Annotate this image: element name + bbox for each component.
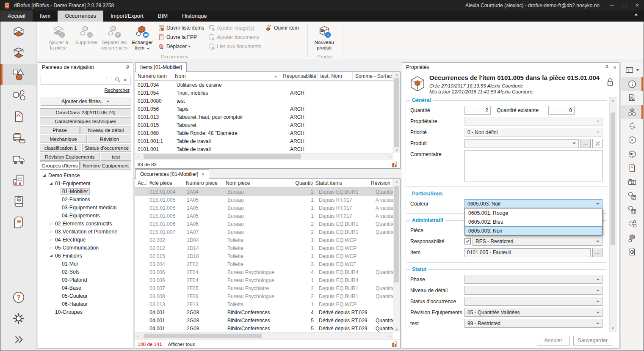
color-dropdown[interactable]: 0605.003: Noir: [464, 199, 603, 208]
filter-button-test[interactable]: test: [101, 153, 131, 161]
table-row[interactable]: 0101.068Table Ronde: 48 "DiamètreARCH: [135, 129, 393, 137]
comment-textarea[interactable]: [464, 150, 603, 181]
table-row[interactable]: 01S.01.0071A07Bureau2Depuis EQ.BUR1Quant…: [135, 228, 393, 236]
ribbon-button-ouvre-la-fpp[interactable]: Ouvre la FPP: [158, 33, 204, 42]
save-button[interactable]: Sauvegarder: [573, 336, 612, 346]
view-strip-history-button[interactable]: [621, 244, 643, 258]
view-strip-rotate-button[interactable]: [621, 119, 643, 133]
tab-items[interactable]: Items [01-Mobilier]: [135, 62, 187, 72]
clear-search-icon[interactable]: ×: [124, 77, 127, 83]
tree-expanded-icon[interactable]: ◢: [48, 181, 54, 185]
table-row[interactable]: 02.0121D14Toilette1Depuis EQ.WCP: [135, 244, 393, 252]
menu-tab-historique[interactable]: Historique: [175, 11, 214, 22]
sidebar-item-rooms[interactable]: [0, 22, 36, 43]
scroll-down-icon[interactable]: ∨: [611, 325, 614, 331]
filter-button-classification[interactable]: classification 1: [40, 144, 81, 152]
table-row[interactable]: 0101.001:1Table de travailARCH: [135, 137, 393, 145]
sidebar-item-buildings[interactable]: [0, 170, 36, 191]
tree-node-02-elements-constructifs[interactable]: ▷02-Elements constructifs: [38, 219, 133, 228]
sidebar-item-expand[interactable]: [0, 329, 36, 350]
tree-node-01-equipement[interactable]: ◢01-Equipement: [38, 179, 133, 187]
filter-button-nombre-equipement[interactable]: Nombre Equipement: [80, 162, 131, 170]
ribbon-button-echanger[interactable]: ⇄Echangeritem: [128, 23, 156, 51]
responsibility-checkbox[interactable]: [464, 238, 471, 244]
scroll-left-icon[interactable]: ‹: [135, 334, 141, 339]
scroll-up-icon[interactable]: ∧: [395, 72, 398, 78]
ribbon-button-d-placer[interactable]: Déplacer: [158, 42, 204, 51]
ribbon-collapse-button[interactable]: ^: [634, 11, 638, 22]
table-row[interactable]: 04.0012G08Biblio/Conferences5Dérivé depu…: [135, 324, 393, 332]
occurrence-status-dropdown[interactable]: [464, 297, 603, 306]
filter-button-omniclass[interactable]: OmniClass 23[2010-06-24]: [40, 108, 131, 116]
occurrences-vertical-scrollbar[interactable]: ∧ ∨: [393, 179, 400, 332]
tree-collapsed-icon[interactable]: ▷: [48, 222, 54, 225]
tree-node-04-base[interactable]: 04-Base: [38, 284, 133, 292]
column-header[interactable]: Statut items: [313, 179, 368, 187]
ribbon-button-ouvrir-item[interactable]: Ouvrir item: [265, 23, 299, 33]
view-strip-linkcubes-button[interactable]: [621, 217, 643, 230]
sidebar-item-logistics[interactable]: [0, 148, 36, 170]
dropdown-option[interactable]: 0605.001: Rouge: [465, 208, 602, 217]
table-row[interactable]: 0101.015TabouretARCH: [135, 121, 393, 129]
table-row[interactable]: 03.0082F06Bureau Psychologue2Depuis EQ.B…: [135, 292, 393, 300]
scroll-up-icon[interactable]: ∧: [611, 98, 614, 104]
view-strip-gridb-button[interactable]: [621, 203, 643, 217]
column-header[interactable]: Numéro pièce: [183, 179, 223, 187]
items-horizontal-scrollbar[interactable]: ‹ ›: [135, 153, 393, 160]
menu-tab-accueil[interactable]: Accueil: [0, 11, 33, 22]
sidebar-item-attachments[interactable]: [0, 106, 36, 127]
show-all-link[interactable]: Afficher tous: [168, 342, 195, 347]
test-dropdown[interactable]: 99 - Restricted: [464, 319, 603, 328]
tree-collapsed-icon[interactable]: ▷: [48, 238, 54, 241]
view-strip-boxface-button[interactable]: [621, 147, 643, 161]
sidebar-item-reports[interactable]: [0, 212, 36, 233]
column-header[interactable]: Somme - Surfac: [353, 72, 393, 80]
item-browse-button[interactable]: ...: [592, 248, 603, 257]
table-row[interactable]: 0101.056TapisARCH: [135, 105, 393, 113]
filter-button-phase[interactable]: Phase: [40, 126, 80, 134]
column-header[interactable]: Responsabilité: [280, 72, 318, 80]
table-row[interactable]: 02.0021D04Toilette1Depuis EQ.WCP: [135, 236, 393, 244]
close-button[interactable]: ×: [631, 0, 644, 11]
dropdown-option[interactable]: 0605.003: Noir: [465, 226, 602, 235]
column-header[interactable]: test: Nom: [318, 72, 352, 80]
table-row[interactable]: 01S.01.0051A05Bureau1Depuis RT.017A vali…: [135, 196, 393, 204]
table-row[interactable]: 03.0072F05Bureau Psychiatre2Depuis EQ.BU…: [135, 284, 393, 292]
table-row[interactable]: 03.0132F13Toilette1Depuis EQ.WCP: [135, 300, 393, 308]
view-strip-graycube-button[interactable]: [621, 230, 643, 244]
table-row[interactable]: 01S.01.0051A05Bureau1Depuis RT.017A vali…: [135, 204, 393, 212]
table-row[interactable]: 0101.013Tabouret, haut, pour comptoirARC…: [135, 113, 393, 121]
view-strip-camera-button[interactable]: [621, 175, 643, 189]
ribbon-button-nouveau-produit[interactable]: +Nouveauproduit: [310, 23, 338, 51]
sidebar-item-items[interactable]: [0, 64, 36, 85]
add-filters-dropdown[interactable]: Ajouter des filtres..: [41, 97, 130, 106]
scroll-left-icon[interactable]: ‹: [135, 154, 141, 159]
sidebar-item-help[interactable]: ?: [0, 287, 36, 308]
sidebar-item-settings[interactable]: [0, 308, 36, 329]
product-dropdown[interactable]: [464, 139, 579, 148]
table-row[interactable]: 0101.034Utilitaires de cuisine: [135, 81, 393, 89]
tree-node-02-fixations[interactable]: 02-Fixations: [38, 195, 133, 203]
view-strip-layout-button[interactable]: [621, 63, 643, 77]
table-row[interactable]: 04.0012G08Biblio/Conferences4Dérivé depu…: [135, 308, 393, 316]
maximize-button[interactable]: □: [618, 0, 631, 11]
close-tab-icon[interactable]: ×: [202, 170, 204, 179]
filter-indicator-icon[interactable]: [392, 162, 398, 167]
pin-icon[interactable]: [604, 65, 610, 70]
pin-icon[interactable]: [125, 65, 130, 70]
tree-node-04-equipements[interactable]: 04-Equipements: [38, 211, 133, 219]
filter-button-mechanique[interactable]: Mechanique: [40, 135, 87, 143]
filter-button-status-occurrence[interactable]: Status d'occurrence: [82, 144, 131, 152]
tree-expanded-icon[interactable]: ◢: [41, 173, 47, 177]
tree-node-05-couleur[interactable]: 05-Couleur: [38, 292, 133, 300]
item-input[interactable]: 0101.005 - Fauteuil: [464, 248, 591, 257]
table-row[interactable]: 0101.054Tiroir, mobilesARCH: [135, 89, 393, 97]
table-row[interactable]: 04.0012G08Biblio/Conferences5Dérivé depu…: [135, 316, 393, 324]
occurrences-horizontal-scrollbar[interactable]: ‹ ›: [135, 332, 393, 339]
search-history-caret-icon[interactable]: ˇ: [106, 77, 108, 83]
column-header[interactable]: Nom pièce: [223, 179, 293, 187]
tree-node-06-hauteur[interactable]: 06-Hauteur: [38, 300, 133, 308]
lock-icon[interactable]: [606, 78, 614, 87]
view-strip-itemdoc-button[interactable]: [621, 91, 643, 105]
filter-button-niveau[interactable]: Niveau de détail: [80, 126, 131, 134]
